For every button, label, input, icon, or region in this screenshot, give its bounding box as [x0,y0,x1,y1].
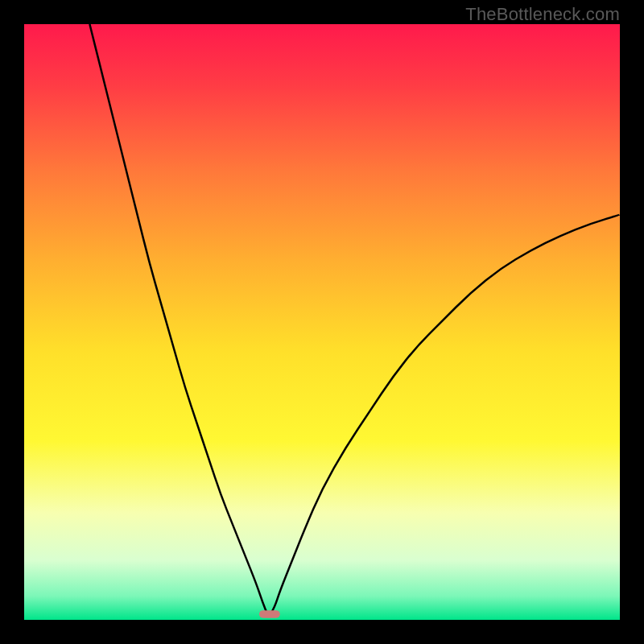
plot-area [24,24,620,620]
minimum-marker [259,610,280,618]
watermark-label: TheBottleneck.com [465,4,620,25]
gradient-background [24,24,620,620]
plot-svg [24,24,620,620]
chart-frame: TheBottleneck.com [0,0,644,644]
